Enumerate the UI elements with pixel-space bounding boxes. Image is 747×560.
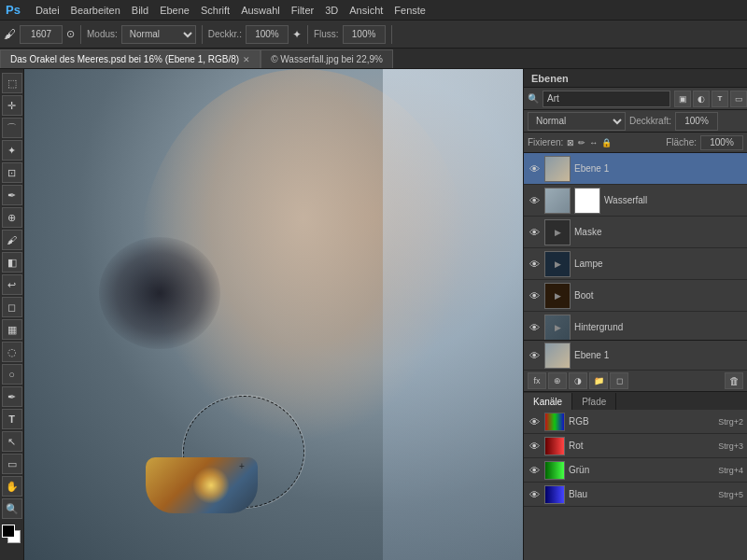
channel-shortcut-blau: Strg+5 — [718, 490, 743, 499]
filter-shape-icon[interactable]: ▭ — [730, 91, 747, 107]
layer-item-hintergrund[interactable]: 👁 ▶ Hintergrund — [524, 312, 747, 340]
tab-kanaele[interactable]: Kanäle — [524, 393, 572, 410]
fg-bg-colors[interactable] — [2, 525, 22, 545]
channel-visibility-blau[interactable]: 👁 — [528, 489, 541, 500]
layer-visibility-maske[interactable]: 👁 — [528, 227, 541, 238]
channel-rgb[interactable]: 👁 RGB Strg+2 — [524, 410, 747, 434]
adjustment-layer-button[interactable]: ◑ — [569, 372, 587, 389]
tool-hand[interactable]: ✋ — [2, 476, 22, 497]
tool-lasso[interactable]: ⌒ — [2, 118, 22, 138]
blend-mode-select[interactable]: Normal — [528, 112, 626, 131]
tool-brush[interactable]: 🖌 — [2, 230, 22, 250]
tab-wasserfall[interactable]: © Wasserfall.jpg bei 22,9% — [261, 49, 393, 68]
channel-thumb-gruen — [544, 461, 565, 480]
layer-search-input[interactable] — [543, 91, 670, 107]
canvas-image: + — [24, 69, 523, 560]
layer-item-wasserfall[interactable]: 👁 Wasserfall — [524, 185, 747, 217]
layer-thumb-hintergrund: ▶ — [544, 315, 571, 341]
menu-bar: Ps Datei Bearbeiten Bild Ebene Schrift A… — [0, 0, 747, 21]
lock-all-icon[interactable]: 🔒 — [601, 138, 612, 147]
fill-input[interactable] — [700, 135, 743, 150]
lock-transparent-icon[interactable]: ⊠ — [567, 138, 574, 147]
channel-shortcut-rot: Strg+3 — [718, 441, 743, 451]
channel-rot[interactable]: 👁 Rot Strg+3 — [524, 434, 747, 458]
tool-path-select[interactable]: ↖ — [2, 431, 22, 452]
layer-mask-thumb-wasserfall — [574, 188, 600, 214]
tool-shape[interactable]: ▭ — [2, 454, 22, 474]
channel-visibility-rot[interactable]: 👁 — [528, 441, 541, 452]
layer-visibility-hintergrund[interactable]: 👁 — [528, 322, 541, 333]
sub-tabs: Kanäle Pfade — [524, 391, 747, 410]
channel-blau[interactable]: 👁 Blau Strg+5 — [524, 483, 747, 507]
tool-move[interactable]: ✛ — [2, 95, 22, 116]
brush-size-input[interactable] — [20, 25, 63, 44]
opacity-input[interactable] — [246, 25, 289, 44]
flow-input[interactable] — [343, 25, 386, 44]
tool-blur[interactable]: ◌ — [2, 342, 22, 362]
tool-history-brush[interactable]: ↩ — [2, 274, 22, 295]
tool-eraser[interactable]: ◻ — [2, 297, 22, 317]
layer-visibility-lampe[interactable]: 👁 — [528, 259, 541, 270]
tool-marquee[interactable]: ⬚ — [2, 73, 22, 93]
dark-cloud — [99, 237, 220, 349]
blend-row: Normal Deckkraft: — [524, 110, 747, 133]
tab-orakel[interactable]: Das Orakel des Meeres.psd bei 16% (Ebene… — [0, 49, 261, 68]
active-layer-eye[interactable]: 👁 — [528, 350, 541, 361]
channel-gruen[interactable]: 👁 Grün Strg+4 — [524, 458, 747, 483]
channel-visibility-gruen[interactable]: 👁 — [528, 465, 541, 476]
menu-auswahl[interactable]: Auswahl — [241, 5, 280, 16]
menu-fenste[interactable]: Fenste — [394, 5, 426, 16]
filter-text-icon[interactable]: T — [712, 91, 728, 107]
tool-text[interactable]: T — [2, 409, 22, 429]
tool-dodge[interactable]: ○ — [2, 364, 22, 385]
layer-opacity-input[interactable] — [675, 112, 718, 131]
filter-adjust-icon[interactable]: ◐ — [693, 91, 710, 107]
lock-position-icon[interactable]: ↔ — [589, 138, 598, 147]
menu-datei[interactable]: Datei — [35, 5, 60, 16]
menu-ansicht[interactable]: Ansicht — [349, 5, 383, 16]
menu-filter[interactable]: Filter — [291, 5, 314, 16]
tool-magic-wand[interactable]: ✦ — [2, 140, 22, 161]
opacity-group: Deckkr.: ✦ — [208, 25, 308, 44]
tab-pfade[interactable]: Pfade — [572, 393, 616, 410]
tool-pen[interactable]: ✒ — [2, 386, 22, 407]
group-layer-button[interactable]: 📁 — [589, 372, 608, 389]
tab-orakel-close[interactable]: ✕ — [243, 55, 250, 64]
brush-tool-group: 🖌 ⊙ — [4, 25, 81, 44]
layer-visibility-ebene1[interactable]: 👁 — [528, 163, 541, 175]
tool-zoom[interactable]: 🔍 — [2, 498, 22, 519]
layer-item-lampe[interactable]: 👁 ▶ Lampe — [524, 248, 747, 280]
menu-schrift[interactable]: Schrift — [201, 5, 230, 16]
layer-item-maske[interactable]: 👁 ▶ Maske — [524, 217, 747, 248]
layer-visibility-boot[interactable]: 👁 — [528, 290, 541, 301]
new-layer-button[interactable]: ◻ — [610, 372, 628, 389]
foreground-color[interactable] — [2, 525, 15, 538]
mode-group: Modus: Normal — [87, 25, 203, 44]
delete-layer-button[interactable]: 🗑 — [725, 372, 743, 389]
layer-name-lampe: Lampe — [574, 259, 743, 269]
flow-group: Fluss: — [314, 25, 392, 44]
menu-bearbeiten[interactable]: Bearbeiten — [71, 5, 120, 16]
mode-label: Modus: — [87, 29, 118, 39]
new-fill-layer-button[interactable]: ⊕ — [548, 372, 567, 389]
filter-pixel-icon[interactable]: ▣ — [674, 91, 691, 107]
channel-name-rot: Rot — [569, 441, 714, 451]
mode-select[interactable]: Normal — [121, 25, 196, 44]
tool-heal[interactable]: ⊕ — [2, 207, 22, 228]
tool-gradient[interactable]: ▦ — [2, 319, 22, 340]
canvas-area[interactable]: + — [24, 69, 523, 560]
tool-crop[interactable]: ⊡ — [2, 162, 22, 183]
fx-button[interactable]: fx — [528, 372, 546, 389]
layer-item-ebene1[interactable]: 👁 Ebene 1 — [524, 153, 747, 185]
filter-icons: ▣ ◐ T ▭ ⊞ — [674, 91, 747, 107]
tool-clone[interactable]: ◧ — [2, 252, 22, 273]
menu-bild[interactable]: Bild — [132, 5, 148, 16]
channel-visibility-rgb[interactable]: 👁 — [528, 416, 541, 427]
lock-image-icon[interactable]: ✏ — [578, 138, 585, 147]
menu-3d[interactable]: 3D — [325, 5, 338, 16]
layer-visibility-wasserfall[interactable]: 👁 — [528, 195, 541, 206]
layer-item-boot[interactable]: 👁 ▶ Boot — [524, 280, 747, 312]
channel-thumb-rgb — [544, 413, 565, 431]
tool-eyedropper[interactable]: ✒ — [2, 185, 22, 205]
menu-ebene[interactable]: Ebene — [160, 5, 190, 16]
